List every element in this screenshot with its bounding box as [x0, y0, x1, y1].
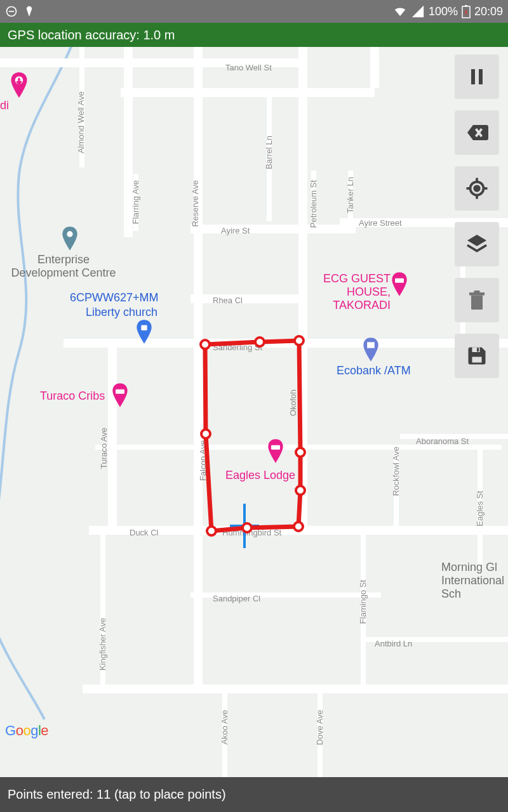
- svg-rect-7: [141, 325, 147, 331]
- shopping-pin-icon: [135, 320, 153, 344]
- street-label: Sandpiper Cl: [213, 594, 260, 603]
- map-canvas[interactable]: Tano Well St Almond Well Ave Flarring Av…: [0, 47, 508, 777]
- svg-rect-10: [116, 390, 124, 394]
- layers-button[interactable]: [455, 222, 499, 266]
- street-label: Barrel Ln: [264, 136, 274, 169]
- street-label: Duck Cl: [130, 528, 159, 537]
- street-label: Falcon Ave: [198, 440, 208, 481]
- svg-rect-11: [271, 445, 280, 450]
- backspace-button[interactable]: [455, 110, 499, 155]
- street-label: Flamingo St: [358, 580, 368, 624]
- clock: 20:09: [474, 5, 503, 18]
- poi-label: Enterprise Development Centre: [0, 253, 127, 280]
- delete-button[interactable]: [455, 278, 499, 322]
- svg-rect-29: [469, 292, 485, 296]
- svg-rect-3: [465, 5, 467, 6]
- street-label: Okofoh: [288, 390, 298, 416]
- street-label: Antbird Ln: [375, 639, 412, 648]
- street-label: Ayire St: [221, 226, 250, 235]
- street-label: Almond Well Ave: [76, 91, 86, 154]
- street-label: Akoo Ave: [220, 710, 229, 745]
- pause-button[interactable]: [455, 55, 499, 99]
- backspace-icon: [465, 121, 488, 144]
- gps-accuracy-text: GPS location accuracy: 1.0 m: [8, 28, 175, 43]
- map-toolbar: [455, 55, 499, 378]
- poi-label: Ecobank /ATM: [337, 364, 411, 377]
- map-pin-icon: [10, 72, 29, 98]
- poi-label: Morning Gl International Sch: [441, 561, 508, 601]
- trash-icon: [465, 289, 488, 311]
- lodging-pin-icon: [111, 383, 129, 407]
- poi-label: Turaco Cribs: [40, 390, 105, 403]
- street-label: Sanderling St: [213, 343, 262, 352]
- svg-rect-9: [367, 342, 375, 348]
- lodging-pin-icon: [267, 439, 284, 463]
- signal-icon: [411, 4, 425, 18]
- svg-rect-33: [477, 348, 479, 351]
- pause-icon: [465, 65, 488, 88]
- dnd-icon: [5, 5, 18, 18]
- street-label: Ayire Street: [359, 218, 402, 228]
- street-label: Turaco Ave: [99, 428, 109, 469]
- street-label: Tanker Ln: [345, 177, 355, 213]
- poi-label: ECG GUEST HOUSE, TAKORADI: [289, 272, 391, 312]
- icecream-icon: [23, 5, 36, 18]
- poi-label: 6CPWW627+MM: [70, 291, 159, 304]
- street-label: Eagles St: [475, 491, 485, 527]
- street-label: Petroleum St: [309, 180, 318, 228]
- points-footer: Points entered: 11 (tap to place points): [0, 777, 508, 812]
- street-label: Flarring Ave: [131, 180, 140, 224]
- map-pin-icon: [61, 226, 79, 251]
- street-label: Kingfisher Ave: [98, 618, 107, 671]
- save-icon: [465, 344, 488, 367]
- street-label: Dove Ave: [315, 710, 324, 745]
- street-label: Aboranoma St: [416, 436, 469, 446]
- battery-pct: 100%: [429, 5, 458, 18]
- android-status-bar: 100% x 20:09: [0, 0, 508, 23]
- google-attribution: Google: [5, 723, 48, 739]
- svg-rect-30: [474, 291, 480, 292]
- battery-icon: x: [462, 4, 471, 18]
- svg-rect-8: [395, 278, 404, 283]
- poi-label: Liberty church: [86, 306, 157, 319]
- svg-text:x: x: [464, 8, 468, 16]
- street-label: Tano Well St: [225, 63, 272, 72]
- svg-rect-22: [479, 69, 483, 84]
- street-label: Rhea Cl: [213, 296, 243, 305]
- gps-accuracy-bar: GPS location accuracy: 1.0 m: [0, 23, 508, 47]
- wifi-icon: [393, 4, 407, 18]
- crosshair-icon: [465, 177, 488, 200]
- points-entered-text: Points entered: 11 (tap to place points): [8, 787, 226, 802]
- poi-label: di: [0, 99, 9, 112]
- locate-button[interactable]: [455, 166, 499, 211]
- layers-icon: [465, 233, 488, 256]
- svg-rect-21: [471, 69, 475, 84]
- save-button[interactable]: [455, 334, 499, 378]
- atm-pin-icon: [362, 337, 380, 362]
- lodging-pin-icon: [391, 272, 408, 296]
- street-label: Reserve Ave: [190, 180, 200, 226]
- street-label: Hummingbird St: [222, 528, 281, 537]
- poi-label: Eagles Lodge: [225, 469, 295, 482]
- street-label: Rockfowl Ave: [391, 447, 401, 496]
- svg-rect-31: [472, 357, 482, 363]
- svg-point-6: [67, 231, 72, 237]
- svg-point-24: [474, 186, 479, 191]
